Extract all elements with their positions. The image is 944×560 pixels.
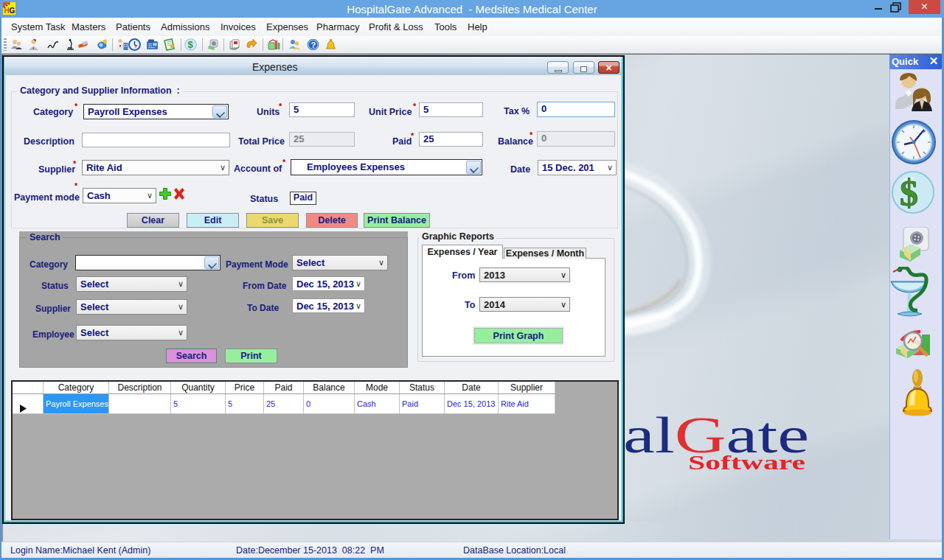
svg-text:?: ? xyxy=(311,41,316,49)
svg-text:$: $ xyxy=(900,172,918,214)
svg-text:$: $ xyxy=(188,39,194,50)
svg-text:G: G xyxy=(10,7,15,15)
